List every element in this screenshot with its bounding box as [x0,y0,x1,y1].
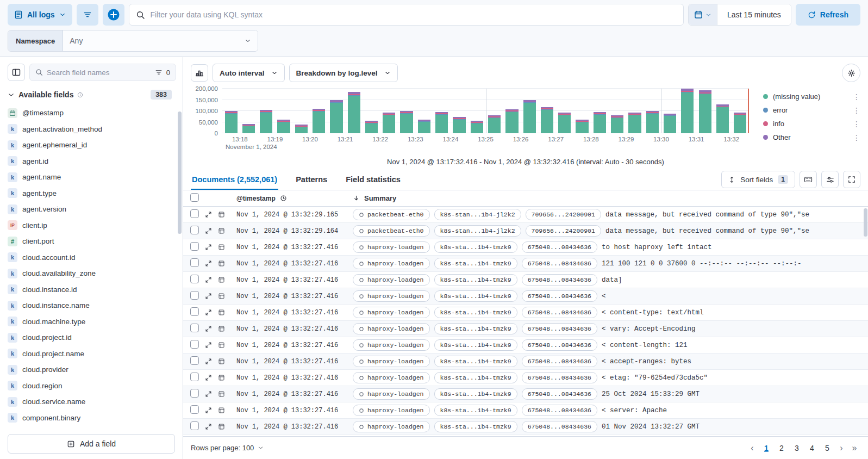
row-checkbox[interactable] [190,389,199,398]
summary-column-header[interactable]: Summary [364,194,396,202]
summary-badge[interactable]: 675048...08434636 [522,258,597,269]
view-document-icon[interactable] [218,309,225,316]
tab-documents[interactable]: Documents (2,552,061) [191,169,278,190]
field-item-agent-type[interactable]: kagent.type [8,185,176,202]
histogram-bar[interactable] [292,89,310,133]
summary-badge[interactable]: 709656...24200901 [526,225,601,237]
pagination-page-5[interactable]: 5 [820,442,834,455]
histogram-bar[interactable] [696,89,714,133]
summary-badge[interactable]: k8s-stan...1b4-jl2k2 [434,225,521,237]
summary-badge[interactable]: haproxy-loadgen [353,388,430,400]
legend-item-menu-icon[interactable]: ⋮ [850,90,864,103]
histogram-bar[interactable] [661,89,678,133]
sidebar-scrollbar[interactable] [178,111,182,234]
legend-item-info[interactable]: info [763,117,850,131]
expand-row-icon[interactable] [205,358,212,365]
time-range-button[interactable]: Last 15 minutes [717,4,791,25]
field-item-cloud-account-id[interactable]: kcloud.account.id [8,250,176,266]
histogram-bar[interactable] [503,89,521,133]
available-fields-title[interactable]: Available fields [18,90,73,99]
view-document-icon[interactable] [218,211,225,218]
field-item-agent-activation-method[interactable]: kagent.activation_method [8,121,176,138]
field-item-agent-name[interactable]: kagent.name [8,169,176,185]
histogram-bar[interactable] [398,89,415,133]
refresh-button[interactable]: Refresh [796,4,860,26]
summary-badge[interactable]: haproxy-loadgen [353,241,430,253]
field-item-agent-version[interactable]: kagent.version [8,201,176,218]
legend-item-error[interactable]: error [763,103,850,117]
chart-options-button[interactable] [842,64,860,82]
kql-search-input[interactable] [151,10,677,19]
select-all-checkbox[interactable] [190,193,199,202]
summary-badge[interactable]: k8s-sta...1b4-tmzk9 [434,323,517,334]
expand-row-icon[interactable] [205,374,212,381]
histogram-bar[interactable] [363,89,380,133]
breakdown-select[interactable]: Breakdown by log.level [289,64,398,82]
summary-badge[interactable]: 675048...08434636 [522,274,597,286]
field-search[interactable]: 0 [29,64,176,81]
summary-badge[interactable]: 675048...08434636 [522,405,597,416]
summary-badge[interactable]: k8s-sta...1b4-tmzk9 [434,241,517,253]
summary-badge[interactable]: k8s-sta...1b4-tmzk9 [434,339,517,351]
row-checkbox[interactable] [190,258,199,267]
row-checkbox[interactable] [190,421,199,430]
field-item-cloud-machine-type[interactable]: kcloud.machine.type [8,314,176,330]
field-item-cloud-region[interactable]: kcloud.region [8,378,176,394]
expand-row-icon[interactable] [205,390,212,398]
summary-badge[interactable]: k8s-sta...1b4-tmzk9 [434,290,517,302]
add-filter-button[interactable] [103,4,124,26]
timestamp-column-header[interactable]: @timestamp [236,195,276,202]
field-search-input[interactable] [47,69,151,77]
summary-badge[interactable]: k8s-sta...1b4-tmzk9 [434,421,517,432]
pagination-page-3[interactable]: 3 [790,442,804,455]
rows-per-page-button[interactable]: Rows per page: 100 [191,444,264,452]
histogram-bar[interactable] [222,89,240,133]
histogram-bar[interactable] [380,89,398,133]
expand-row-icon[interactable] [205,407,212,414]
histogram-bar[interactable] [310,89,327,133]
row-checkbox[interactable] [190,209,199,218]
field-item-component-binary[interactable]: kcomponent.binary [8,410,176,426]
summary-badge[interactable]: 675048...08434636 [522,339,597,351]
histogram-bar[interactable] [591,89,608,133]
field-item-cloud-availability-zone[interactable]: kcloud.availability_zone [8,265,176,282]
summary-badge[interactable]: 675048...08434636 [522,323,597,334]
summary-badge[interactable]: packetbeat-eth0 [353,225,430,237]
chart-visibility-button[interactable] [191,64,208,82]
namespace-select[interactable]: Any [63,30,258,51]
view-document-icon[interactable] [218,260,225,267]
field-item-cloud-instance-name[interactable]: kcloud.instance.name [8,297,176,314]
row-checkbox[interactable] [190,226,199,234]
collapse-sidebar-button[interactable] [8,64,25,81]
pagination-page-4[interactable]: 4 [805,442,819,455]
field-item-agent-ephemeral-id[interactable]: kagent.ephemeral_id [8,137,176,153]
row-checkbox[interactable] [190,307,199,316]
histogram-bar[interactable] [679,89,696,133]
pagination-last-button[interactable]: » [848,443,860,453]
histogram-bar[interactable] [644,89,661,133]
row-checkbox[interactable] [190,242,199,251]
expand-row-icon[interactable] [205,423,212,430]
field-filter-icon[interactable] [155,69,163,76]
summary-badge[interactable]: haproxy-loadgen [353,421,430,432]
summary-badge[interactable]: 675048...08434636 [522,307,597,318]
row-checkbox[interactable] [190,340,199,349]
pagination-page-2[interactable]: 2 [775,442,789,455]
view-document-icon[interactable] [218,244,225,251]
tab-field-statistics[interactable]: Field statistics [345,169,402,190]
summary-badge[interactable]: 709656...24200901 [526,209,601,220]
pagination-page-1[interactable]: 1 [759,442,773,455]
expand-row-icon[interactable] [205,342,212,349]
view-document-icon[interactable] [218,407,225,414]
histogram-bar[interactable] [573,89,591,133]
histogram-bar[interactable] [468,89,485,133]
summary-badge[interactable]: haproxy-loadgen [353,356,430,367]
summary-badge[interactable]: haproxy-loadgen [353,290,430,302]
expand-row-icon[interactable] [205,244,212,251]
histogram-bar[interactable] [451,89,468,133]
view-document-icon[interactable] [218,227,225,234]
summary-badge[interactable]: 675048...08434636 [522,241,597,253]
expand-row-icon[interactable] [205,293,212,300]
histogram-bar[interactable] [258,89,275,133]
expand-row-icon[interactable] [205,309,212,316]
